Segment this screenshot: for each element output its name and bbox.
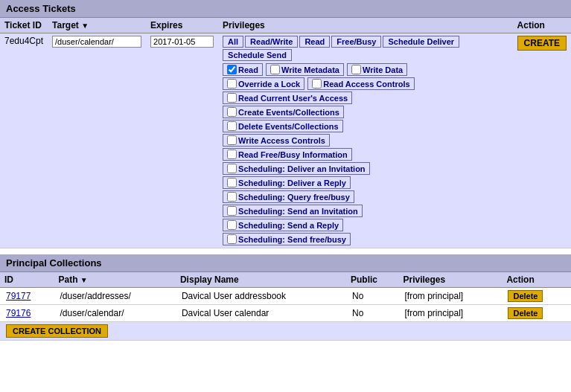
pc-col-path[interactable]: Path ▼ <box>54 272 175 288</box>
cb-item-write-access-controls: Write Access Controls <box>223 134 330 147</box>
cb-row-5: Delete Events/Collections <box>223 120 508 132</box>
pc-id-link-2[interactable]: 79176 <box>6 308 31 318</box>
access-tickets-section: Access Tickets Ticket ID Target ▼ Expire… <box>0 0 571 248</box>
col-target: Target ▼ <box>48 18 146 33</box>
cb-create-events[interactable] <box>227 107 237 117</box>
cb-row-7: Read Free/Busy Information <box>223 148 508 161</box>
cb-item-write-data: Write Data <box>347 63 407 76</box>
cb-item-sched-send-freebusy: Scheduling: Send free/busy <box>223 233 351 245</box>
cb-read-label[interactable]: Read <box>238 65 258 74</box>
cb-read-freebusy[interactable] <box>227 150 237 159</box>
cb-sched-deliver-reply[interactable] <box>227 178 237 187</box>
cb-sched-query-freebusy[interactable] <box>227 192 237 202</box>
cb-row-11: Scheduling: Send an Invitation <box>223 205 508 217</box>
cb-row-1: Read Write Metadata Write Data <box>223 63 508 76</box>
cb-write-metadata[interactable] <box>270 65 280 74</box>
pc-display-name-2: Davical User calendar <box>176 305 346 322</box>
path-sort-icon: ▼ <box>80 276 88 284</box>
btn-all[interactable]: All <box>223 36 243 48</box>
pc-col-privileges: Privileges <box>398 272 502 288</box>
cb-item-sched-deliver-invite: Scheduling: Deliver an Invitation <box>223 162 370 175</box>
pc-footer-row: Create Collection <box>0 322 571 341</box>
cb-write-access-controls[interactable] <box>227 135 237 145</box>
cb-row-6: Write Access Controls <box>223 134 508 147</box>
pc-public-2: No <box>346 305 398 322</box>
cb-create-events-label[interactable]: Create Events/Collections <box>238 108 339 117</box>
cb-write-data[interactable] <box>351 65 361 74</box>
cb-read-freebusy-label[interactable]: Read Free/Busy Information <box>238 150 348 159</box>
cb-item-read-access-controls: Read Access Controls <box>307 77 414 90</box>
col-action: Action <box>513 18 571 33</box>
cb-item-sched-deliver-reply: Scheduling: Deliver a Reply <box>223 176 351 189</box>
cb-read[interactable] <box>227 65 237 74</box>
delete-btn-2[interactable]: Delete <box>508 307 543 319</box>
pc-col-id: ID <box>0 272 54 288</box>
cb-sched-send-invite[interactable] <box>227 206 237 216</box>
cb-read-access-controls-label[interactable]: Read Access Controls <box>323 80 409 89</box>
cb-item-delete-events: Delete Events/Collections <box>223 120 343 132</box>
cb-item-read: Read <box>223 63 263 76</box>
btn-schedule-send[interactable]: Schedule Send <box>223 49 292 61</box>
cb-override-lock-label[interactable]: Override a Lock <box>238 80 300 89</box>
btn-freebusy[interactable]: Free/Busy <box>331 36 381 48</box>
delete-btn-1[interactable]: Delete <box>508 290 543 302</box>
pc-row-1: 79177 /duser/addresses/ Davical User add… <box>0 288 571 305</box>
cb-item-sched-query-freebusy: Scheduling: Query free/busy <box>223 190 354 203</box>
cb-sched-send-freebusy[interactable] <box>227 234 237 244</box>
btn-read[interactable]: Read <box>299 36 330 48</box>
ticket-id-cell: 7edu4Cpt <box>0 33 48 248</box>
cb-delete-events-label[interactable]: Delete Events/Collections <box>238 122 339 131</box>
pc-public-1: No <box>346 288 398 305</box>
privileges-cell: All Read/Write Read Free/Busy Schedule D… <box>218 33 513 248</box>
cb-row-13: Scheduling: Send free/busy <box>223 233 508 245</box>
cb-override-lock[interactable] <box>227 79 237 89</box>
principal-collections-title: Principal Collections <box>0 254 571 272</box>
cb-row-10: Scheduling: Query free/busy <box>223 190 508 203</box>
cb-read-access-controls[interactable] <box>312 79 322 89</box>
cb-sched-deliver-reply-label[interactable]: Scheduling: Deliver a Reply <box>238 179 346 187</box>
cb-row-12: Scheduling: Send a Reply <box>223 219 508 231</box>
cb-item-read-freebusy: Read Free/Busy Information <box>223 148 352 161</box>
cb-read-current-user[interactable] <box>227 93 237 103</box>
cb-delete-events[interactable] <box>227 121 237 131</box>
pc-action-1: Delete <box>502 288 571 305</box>
pc-display-name-1: Davical User addressbook <box>176 288 346 305</box>
cb-sched-deliver-invite-label[interactable]: Scheduling: Deliver an Invitation <box>238 164 366 173</box>
target-sort-icon: ▼ <box>81 22 89 30</box>
target-input[interactable] <box>52 36 141 48</box>
cb-sched-send-invite-label[interactable]: Scheduling: Send an Invitation <box>238 207 358 216</box>
col-expires: Expires <box>146 18 218 33</box>
col-ticket-id: Ticket ID <box>0 18 48 33</box>
cb-row-3: Read Current User's Access <box>223 91 508 104</box>
create-collection-button[interactable]: Create Collection <box>6 324 108 338</box>
cb-sched-deliver-invite[interactable] <box>227 164 237 173</box>
target-cell <box>48 33 146 248</box>
pc-privileges-1: [from principal] <box>398 288 502 305</box>
cb-item-override-lock: Override a Lock <box>223 77 304 90</box>
privilege-checkboxes: Read Write Metadata Write Data <box>223 63 508 245</box>
pc-col-display-name: Display Name <box>176 272 346 288</box>
cb-row-4: Create Events/Collections <box>223 106 508 118</box>
cb-write-metadata-label[interactable]: Write Metadata <box>281 65 339 74</box>
cb-item-write-metadata: Write Metadata <box>266 63 344 76</box>
cb-read-current-user-label[interactable]: Read Current User's Access <box>238 94 348 103</box>
pc-privileges-2: [from principal] <box>398 305 502 322</box>
pc-id-link-1[interactable]: 79177 <box>6 291 31 301</box>
cb-write-access-controls-label[interactable]: Write Access Controls <box>238 136 325 145</box>
cb-sched-query-freebusy-label[interactable]: Scheduling: Query free/busy <box>238 193 350 202</box>
privilege-quick-buttons: All Read/Write Read Free/Busy Schedule D… <box>223 36 508 61</box>
cb-row-8: Scheduling: Deliver an Invitation <box>223 162 508 175</box>
principal-collections-section: Principal Collections ID Path ▼ Display … <box>0 254 571 341</box>
cb-sched-send-reply[interactable] <box>227 220 237 230</box>
create-ticket-button[interactable]: CREATE <box>517 36 567 51</box>
cb-row-2: Override a Lock Read Access Controls <box>223 77 508 90</box>
expires-input[interactable] <box>150 36 214 48</box>
cb-sched-send-freebusy-label[interactable]: Scheduling: Send free/busy <box>238 235 346 244</box>
action-cell: CREATE <box>513 33 571 248</box>
cb-write-data-label[interactable]: Write Data <box>363 65 403 74</box>
btn-readwrite[interactable]: Read/Write <box>245 36 298 48</box>
expires-cell <box>146 33 218 248</box>
cb-item-sched-send-reply: Scheduling: Send a Reply <box>223 219 343 231</box>
btn-schedule-deliver[interactable]: Schedule Deliver <box>383 36 459 48</box>
cb-sched-send-reply-label[interactable]: Scheduling: Send a Reply <box>238 221 339 230</box>
